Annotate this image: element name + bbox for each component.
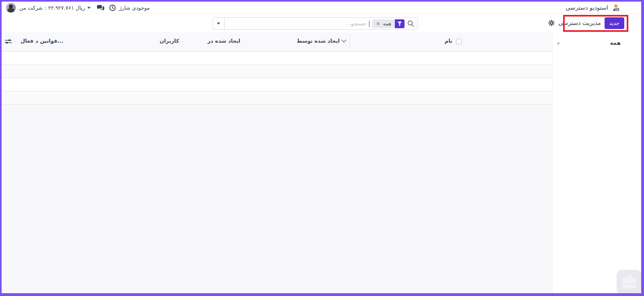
activities-clock-icon[interactable] <box>109 4 116 11</box>
control-panel: × همه <box>2 14 641 32</box>
search-panel-sidebar: » همه <box>552 32 641 293</box>
search-options-toggle[interactable] <box>213 17 225 30</box>
app-menu[interactable]: استودیو دسترسی <box>566 2 620 14</box>
adjust-columns-sliders-icon[interactable] <box>4 38 12 45</box>
app-logo-icon <box>611 3 620 12</box>
search-box: × همه <box>225 17 418 30</box>
main-content: نام ایجاد شده توسط ایجاد شده در کاربران … <box>2 32 641 293</box>
screenshot-frame-right <box>641 0 644 296</box>
search-input[interactable] <box>229 18 366 29</box>
list-row[interactable] <box>2 52 553 65</box>
search-magnifier-icon[interactable] <box>407 20 414 27</box>
new-button[interactable]: جدید <box>605 17 624 29</box>
balance-value: : ۲۲.۹۲۷.۷۶۱ ریال <box>45 5 85 11</box>
column-header-active[interactable]: فعال <box>21 38 33 44</box>
list-rows <box>2 52 553 105</box>
facet-remove-icon[interactable]: × <box>376 21 380 26</box>
column-header-users[interactable]: کاربران <box>160 38 179 44</box>
avatar-silhouette-body <box>7 8 14 12</box>
balance-label: موجودی شارژ <box>119 5 150 11</box>
screenshot-frame-bottom <box>0 293 644 296</box>
messages-icon[interactable] <box>97 4 105 11</box>
balance-dropdown-caret-icon[interactable] <box>87 7 91 9</box>
select-all-checkbox[interactable] <box>456 39 462 44</box>
column-header-name[interactable]: نام <box>445 38 452 44</box>
column-sort-chevron-icon[interactable] <box>341 39 347 43</box>
search-bar: × همه <box>213 17 418 30</box>
column-divider <box>349 35 350 48</box>
facet-body: × همه <box>372 19 395 28</box>
gear-icon[interactable] <box>548 20 555 26</box>
filter-funnel-icon <box>395 19 405 28</box>
breadcrumb-zone: مدیریت دسترسی جدید <box>548 17 624 29</box>
company-switcher[interactable]: شرکت من <box>19 5 43 11</box>
column-header-rules[interactable]: قوانین د... <box>35 38 63 44</box>
filter-facet: × همه <box>372 19 405 28</box>
top-bar: شرکت من : ۲۲.۹۲۷.۷۶۱ ریال موجودی شارژ اس… <box>2 2 641 14</box>
list-row[interactable] <box>2 65 553 78</box>
search-toggle-caret-icon <box>217 23 220 25</box>
text-cursor <box>369 21 369 27</box>
systray: شرکت من : ۲۲.۹۲۷.۷۶۱ ریال موجودی شارژ <box>6 2 150 14</box>
column-header-created-on[interactable]: ایجاد شده در <box>208 38 240 44</box>
sidebar-filter-all[interactable]: همه <box>610 39 621 46</box>
list-view: نام ایجاد شده توسط ایجاد شده در کاربران … <box>2 32 553 293</box>
sidebar-collapse-icon[interactable]: » <box>557 40 560 46</box>
screenshot-frame-left <box>0 0 2 296</box>
breadcrumb-title: مدیریت دسترسی <box>558 20 601 26</box>
screenshot-frame-top <box>0 0 644 2</box>
facet-label: همه <box>383 21 391 27</box>
briefcase-ghost-icon <box>617 270 642 295</box>
list-row[interactable] <box>2 91 553 105</box>
list-row[interactable] <box>2 78 553 91</box>
user-avatar[interactable] <box>6 3 16 12</box>
column-header-created-by[interactable]: ایجاد شده توسط <box>297 38 340 44</box>
app-title: استودیو دسترسی <box>566 4 608 11</box>
list-header: نام ایجاد شده توسط ایجاد شده در کاربران … <box>2 32 553 52</box>
